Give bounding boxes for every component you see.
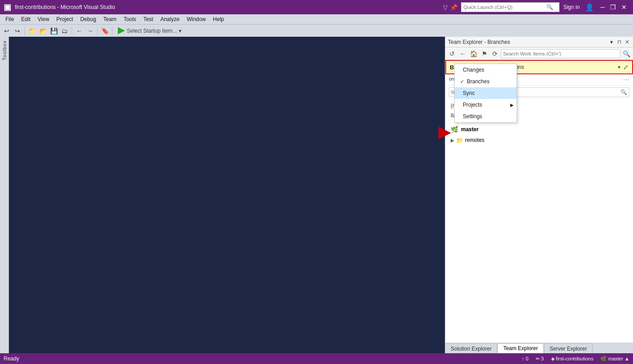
startup-label: Select Startup Item... [127,28,177,34]
play-icon [118,27,125,34]
master-branch-row[interactable]: 🌿 master [449,124,629,135]
startup-selector[interactable]: Select Startup Item... ▾ [115,26,185,36]
toolbar-separator-1 [25,27,25,35]
restore-button[interactable]: ❐ [607,4,619,11]
branch-icon-status: 🌿 [600,356,607,362]
bottom-tabs: Solution Explorer Team Explorer Server E… [445,343,633,353]
more-icon[interactable]: ⋯ [623,76,629,83]
bookmark-button[interactable]: 🔖 [100,26,110,36]
arrow-pointer [439,127,451,139]
branch-icon: 🌿 [451,126,458,133]
te-title-bar: Team Explorer - Branches ▾ ⊓ ✕ [445,37,633,47]
team-explorer-panel: Team Explorer - Branches ▾ ⊓ ✕ ↺ ← 🏠 ⚑ ⟳… [445,37,633,353]
save-all-button[interactable]: 🗂 [60,26,69,36]
pencil-icon: ✏ [536,356,540,362]
undo-button[interactable]: ↩ [2,26,12,36]
master-branch-label: master [461,126,478,133]
toolbox-panel[interactable]: Toolbox [0,37,9,353]
tab-team-explorer[interactable]: Team Explorer [497,343,543,353]
expand-icon: ▶ [451,138,454,143]
status-bar: Ready ↑ 0 ✏ 3 ◈ first-contributions 🌿 ma… [0,353,633,364]
te-close-button[interactable]: ✕ [624,39,630,45]
menu-view[interactable]: View [34,15,53,23]
remotes-row[interactable]: ▶ 📁 remotes [449,135,629,146]
dropdown-arrow-icon: ▾ [610,39,613,45]
te-home-button[interactable]: 🏠 [469,49,478,59]
toolbar-separator-3 [97,27,98,35]
toolbar-separator-2 [72,27,72,35]
push-count[interactable]: ↑ 0 [522,356,529,361]
tab-server-explorer[interactable]: Server Explorer [544,343,593,353]
menu-window[interactable]: Window [183,15,210,23]
menu-project[interactable]: Project [53,15,77,23]
menu-help[interactable]: Help [209,15,228,23]
dropdown-item-branches[interactable]: ✓ Branches [455,76,517,87]
te-controls: ▾ ⊓ ✕ [610,39,630,45]
quick-launch-input[interactable] [461,4,547,10]
dropdown-item-settings[interactable]: Settings [455,111,517,122]
status-ready: Ready [4,355,522,362]
te-title-text: Team Explorer - Branches [448,39,610,45]
repo-icon: ◈ [551,356,555,362]
remotes-label: remotes [465,137,484,143]
forward-button[interactable]: → [85,26,95,36]
dropdown-menu: Changes ✓ Branches Sync Projects ▶ Setti… [454,64,517,123]
te-pending-changes-button[interactable]: ⚑ [479,49,489,59]
menu-edit[interactable]: Edit [17,15,34,23]
main-area: Toolbox Team Explorer - Branches ▾ ⊓ ✕ ↺… [0,37,633,353]
toolbox-label: Toolbox [2,40,7,60]
menu-analyze[interactable]: Analyze [157,15,183,23]
filter-icon: ▽ [443,4,448,11]
repo-name[interactable]: ◈ first-contributions [551,356,594,362]
menu-test[interactable]: Test [140,15,157,23]
close-button[interactable]: ✕ [619,4,629,11]
title-bar: ▣ first-contributions - Microsoft Visual… [0,0,633,14]
redo-button[interactable]: ↪ [13,26,22,36]
te-sync-button[interactable]: ⟳ [490,49,500,59]
menu-debug[interactable]: Debug [77,15,99,23]
filter-search-icon: 🔍 [619,89,629,95]
edit-count[interactable]: ✏ 3 [536,356,544,362]
search-icon: 🔍 [547,4,553,10]
te-toolbar: ↺ ← 🏠 ⚑ ⟳ 🔍 [445,47,633,60]
tab-solution-explorer[interactable]: Solution Explorer [445,343,497,353]
dropdown-item-changes[interactable]: Changes [455,64,517,76]
menu-tools[interactable]: Tools [120,15,140,23]
te-dock-button[interactable]: ⊓ [616,39,622,45]
branches-dropdown-arrow[interactable]: ▾ [618,64,620,70]
menu-file[interactable]: File [2,15,17,23]
back-button[interactable]: ← [74,26,84,36]
remotes-folder-icon: 📁 [456,137,463,144]
open-button[interactable]: 📂 [38,26,48,36]
branches-external-icon[interactable]: ⤢ [623,64,629,71]
signin-label[interactable]: Sign in [563,4,580,10]
vs-logo: ▣ [4,2,11,12]
push-icon: ↑ [522,356,525,361]
toolbar: ↩ ↪ 📁 📂 💾 🗂 ← → 🔖 Select Startup Item...… [0,24,633,37]
dropdown-arrow: ▾ [179,28,181,34]
te-refresh-button[interactable]: ↺ [447,49,457,59]
user-icon: 👤 [585,3,594,12]
dropdown-item-projects[interactable]: Projects ▶ [455,99,517,111]
menu-bar: File Edit View Project Debug Team Tools … [0,14,633,24]
te-search-button[interactable]: 🔍 [621,49,631,59]
editor-area [9,37,445,353]
toolbar-separator-4 [112,27,112,35]
new-project-button[interactable]: 📁 [27,26,37,36]
save-button[interactable]: 💾 [49,26,59,36]
te-back-button[interactable]: ← [458,49,468,59]
menu-team[interactable]: Team [100,15,120,23]
te-search-input[interactable] [501,49,620,58]
app-title: first-contributions - Microsoft Visual S… [15,4,443,10]
branch-name[interactable]: 🌿 master ▲ [600,356,629,362]
minimize-button[interactable]: ─ [598,4,607,11]
pin-icon: 📌 [450,4,457,11]
dropdown-item-sync[interactable]: Sync [455,87,517,99]
